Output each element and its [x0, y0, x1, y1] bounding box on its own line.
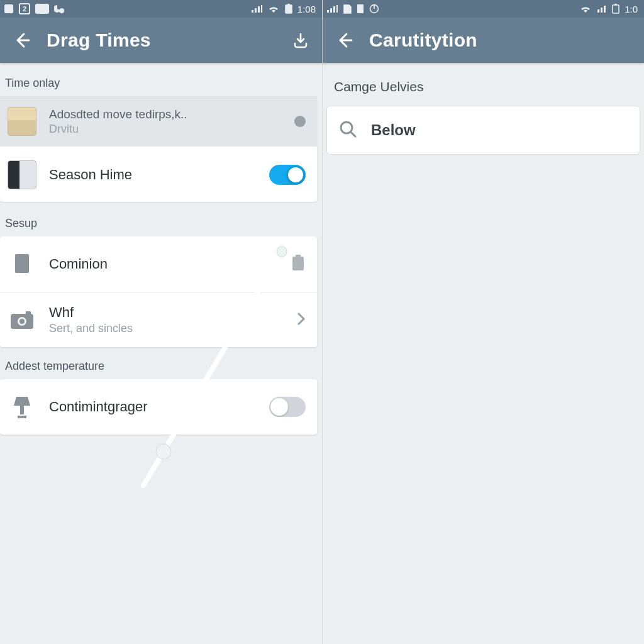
svg-rect-16	[613, 5, 619, 13]
row-season-home[interactable]: Season Hime	[0, 147, 317, 202]
content-area: Camge Uelvies Below	[323, 63, 644, 644]
svg-rect-1	[286, 5, 292, 13]
back-button[interactable]	[331, 28, 357, 53]
search-hint: Below	[371, 121, 416, 139]
row-contimintgrager[interactable]: Contimintgrager	[0, 379, 317, 435]
notification-badge-text: 2	[23, 5, 26, 13]
svg-rect-3	[15, 254, 29, 273]
section-label-setup: Sesup	[0, 211, 322, 236]
row-title: Cominion	[49, 256, 278, 272]
wifi-icon	[579, 4, 592, 13]
screen-right: 1:0 Carutitytion Camge Uelvies Below	[322, 0, 644, 644]
chevron-right-icon	[297, 312, 306, 328]
row-title: Contimintgrager	[49, 399, 257, 415]
status-time: 1:08	[297, 4, 316, 14]
search-field[interactable]: Below	[326, 106, 640, 155]
toggle-season-home[interactable]	[269, 165, 306, 185]
document-icon	[8, 250, 36, 279]
row-title: Adosdted move tedirps,k..	[49, 108, 282, 121]
power-icon	[369, 4, 379, 14]
svg-rect-9	[26, 311, 31, 315]
row-adjusted-move[interactable]: Adosdted move tedirps,k.. Drvitu	[0, 96, 317, 147]
svg-rect-2	[287, 4, 290, 5]
row-title: Whf	[49, 304, 284, 321]
svg-point-8	[19, 319, 25, 324]
app-bar: Carutitytion	[323, 18, 644, 63]
card-time: Adosdted move tedirps,k.. Drvitu Season …	[0, 96, 317, 202]
svg-rect-13	[357, 4, 364, 13]
row-title: Season Hime	[49, 167, 257, 183]
battery-icon	[285, 4, 292, 14]
row-cominion[interactable]: Cominion	[0, 236, 317, 292]
card-temperature: Contimintgrager	[0, 379, 317, 435]
page-title: Drag Times	[47, 30, 275, 51]
page-title: Carutitytion	[369, 30, 635, 51]
status-time: 1:0	[625, 4, 638, 14]
camera-icon	[8, 306, 36, 335]
sim-icon	[343, 4, 352, 14]
doc-icon	[357, 4, 364, 14]
notification-badge: 2	[19, 3, 30, 14]
wifi-icon	[267, 4, 280, 13]
download-button[interactable]	[288, 28, 313, 53]
search-icon	[338, 119, 357, 141]
screen-left: 2 1:08	[0, 0, 322, 644]
svg-rect-17	[614, 4, 617, 5]
row-subtitle: Sert, and sincles	[49, 322, 284, 335]
app-bar: Drag Times	[0, 18, 322, 63]
clipboard-icon	[291, 254, 306, 274]
section-label-temperature: Addest temperature	[0, 356, 322, 379]
section-label-time: Time onlay	[0, 63, 322, 96]
svg-line-19	[351, 132, 355, 136]
devices-thumbnail-icon	[8, 160, 36, 189]
status-bar: 2 1:08	[0, 0, 322, 18]
infinity-icon	[54, 4, 68, 13]
status-bar: 1:0	[323, 0, 644, 18]
section-label-camge: Camge Uelvies	[323, 63, 644, 101]
toggle-contimintgrager[interactable]	[269, 397, 306, 417]
notification-icon-2	[35, 4, 49, 14]
svg-rect-4	[292, 257, 304, 270]
content-area: Time onlay Adosdted move tedirps,k.. Drv…	[0, 63, 322, 644]
signal-icon	[326, 4, 338, 13]
card-setup: Cominion Whf Sert, and sincles	[0, 236, 317, 347]
row-whf[interactable]: Whf Sert, and sincles	[0, 292, 317, 347]
svg-rect-0	[4, 4, 13, 13]
notification-icon-1	[4, 4, 14, 14]
back-button[interactable]	[9, 28, 34, 53]
lamp-icon	[8, 392, 36, 421]
svg-rect-5	[296, 255, 301, 258]
signal-icon-2	[597, 4, 607, 13]
row-subtitle: Drvitu	[49, 123, 282, 136]
battery-icon	[612, 4, 619, 14]
status-dot-icon	[294, 116, 306, 127]
room-thumbnail-icon	[8, 107, 36, 136]
svg-point-12	[156, 444, 171, 459]
signal-icon	[251, 4, 262, 13]
